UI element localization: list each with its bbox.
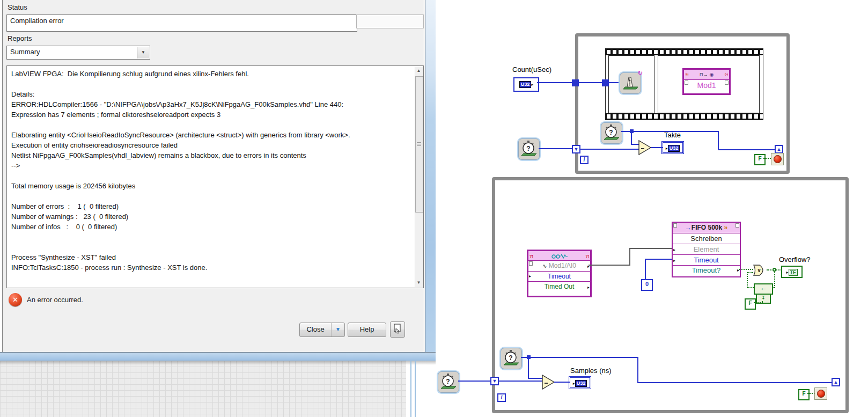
close-menu-arrow-icon: ▼ xyxy=(335,326,341,332)
tick-count-timer-outside-2[interactable]: ? xyxy=(438,371,459,393)
takt-wire-v[interactable] xyxy=(718,131,719,150)
false-wire[interactable] xyxy=(763,158,771,159)
overflow-label[interactable]: Overflow? xyxy=(779,255,811,264)
count-label[interactable]: Count(uSec) xyxy=(512,65,551,74)
zero-constant-label: 0 xyxy=(645,281,649,287)
input-arrow-icon: ▸ xyxy=(673,244,675,254)
page-icon xyxy=(725,81,729,85)
shift-register-left[interactable]: ▼ xyxy=(572,145,580,153)
false-constant-2[interactable]: F xyxy=(798,389,810,400)
outside-timer2-wire[interactable] xyxy=(458,381,491,382)
element-wire[interactable] xyxy=(589,265,630,266)
iteration-terminal-2[interactable]: i xyxy=(497,393,506,402)
loop-tunnel[interactable] xyxy=(572,79,579,86)
shift-register-left-2[interactable]: ▼ xyxy=(490,377,499,385)
subtract-node-2[interactable] xyxy=(542,375,555,390)
feedback-arrow-icon: ← xyxy=(760,284,767,292)
false-constant[interactable]: F xyxy=(754,154,766,165)
reports-combobox[interactable]: Summary ▼ xyxy=(6,46,150,60)
combobox-arrow-button[interactable]: ▼ xyxy=(137,47,149,58)
takte-indicator[interactable]: ▸U32 xyxy=(663,142,683,153)
ai-channel-label: Mod1/AI0 xyxy=(549,262,576,269)
mod1-io-node[interactable]: ?! ⊓→ ◉ ?! Mod1 xyxy=(682,68,731,95)
warning-glyph: ?! xyxy=(529,252,533,261)
element-wire-h[interactable] xyxy=(629,248,672,249)
branch-wire[interactable] xyxy=(631,132,632,145)
svg-text:?: ? xyxy=(526,145,530,152)
long-wire-v[interactable] xyxy=(637,357,638,383)
sr2-wire[interactable] xyxy=(499,381,543,382)
report-textarea[interactable]: LabVIEW FPGA: Die Kompilierung schlug au… xyxy=(6,65,424,288)
timeout-wire-h[interactable] xyxy=(645,259,672,260)
false-constant-label: F xyxy=(748,300,752,306)
error-message: An error occurred. xyxy=(27,296,83,304)
takt-wire-h[interactable] xyxy=(718,149,779,150)
outside-timer-wire[interactable] xyxy=(539,148,573,149)
overflow-indicator[interactable]: ▸TF xyxy=(781,266,803,278)
zero-constant[interactable]: 0 xyxy=(641,279,653,291)
help-button[interactable]: Help xyxy=(348,323,386,337)
status-extra-field[interactable] xyxy=(356,14,424,28)
tick-count-timer[interactable]: ? xyxy=(601,122,622,144)
scroll-down-button[interactable]: ▼ xyxy=(415,279,422,287)
or-gate[interactable]: ∨ xyxy=(753,264,767,276)
takte-label[interactable]: Takte xyxy=(664,131,681,139)
false-wire-2[interactable] xyxy=(807,393,815,394)
init-wire-v[interactable] xyxy=(762,301,763,303)
refresh-icon: ↻ xyxy=(638,70,643,77)
tick-count-timer-outside[interactable]: ? xyxy=(518,138,540,160)
count-control[interactable]: U32▸ xyxy=(513,77,539,92)
ai-timeout-row: ▸ Timeout xyxy=(528,272,590,282)
subtract2-out-wire[interactable] xyxy=(554,382,570,383)
fifo-element-row: ▸ Element xyxy=(673,244,740,255)
subtract-out-wire[interactable] xyxy=(651,147,664,148)
false-constant-feedback[interactable]: F xyxy=(745,298,756,310)
timer2-wire[interactable] xyxy=(521,357,638,358)
fifo-write-node[interactable]: →FIFO 500k » Schreiben ▸ Element ▸ Timeo… xyxy=(672,222,741,277)
samples-indicator[interactable]: ▸U32 xyxy=(570,377,590,388)
close-button[interactable]: Close ▼ xyxy=(299,323,345,337)
wait-timer-node[interactable]: ↻ xyxy=(620,72,641,94)
feedback-to-or-wire[interactable] xyxy=(747,272,753,273)
timeoutq-wire[interactable] xyxy=(739,269,753,270)
labview-screen: Status Compilation error Reports Summary… xyxy=(0,0,868,417)
scrollbar-thumb[interactable] xyxy=(415,76,423,213)
false-constant-label: F xyxy=(802,391,805,397)
scroll-down-icon: ▼ xyxy=(417,280,421,285)
loop-condition-stop-2[interactable] xyxy=(814,387,827,400)
chevron-down-icon: ▼ xyxy=(141,50,145,55)
branch2-wire-v[interactable] xyxy=(528,358,529,379)
warning-glyph: ?! xyxy=(685,70,689,80)
iteration-label: i xyxy=(501,394,503,400)
status-field[interactable]: Compilation error xyxy=(6,14,357,32)
feedback-node[interactable]: ← xyxy=(754,283,773,295)
fifo-timeoutq-label: Timeout? xyxy=(692,266,721,274)
output-arrow-icon: ▸ xyxy=(587,261,590,271)
shift-register-right[interactable]: ▲ xyxy=(775,145,783,153)
long-wire-h[interactable] xyxy=(637,382,834,383)
samples-label[interactable]: Samples (ns) xyxy=(570,367,612,375)
timeout-wire-v[interactable] xyxy=(645,259,646,279)
output-arrow-icon: ▸ xyxy=(587,282,590,292)
glasses-waveform-icon xyxy=(550,253,569,260)
report-scrollbar[interactable]: ▲ ▼ xyxy=(415,67,423,287)
close-menu-button[interactable]: ▼ xyxy=(331,323,344,336)
feedback-out-wire-v[interactable] xyxy=(747,272,748,288)
tick-count-timer-2[interactable]: ? xyxy=(501,348,522,369)
element-wire-v[interactable] xyxy=(629,248,630,266)
mod1-node-header: ?! ⊓→ ◉ ?! xyxy=(684,70,729,80)
loop-condition-stop[interactable] xyxy=(771,153,784,165)
dialog-aero-border-right xyxy=(425,0,436,361)
subtract-node[interactable] xyxy=(638,140,652,155)
sequence-tunnel[interactable] xyxy=(602,79,609,86)
shift-register-right-2[interactable]: ▲ xyxy=(832,378,840,386)
scroll-up-button[interactable]: ▲ xyxy=(415,67,422,75)
sr-wire[interactable] xyxy=(580,149,639,150)
branch2-wire-h[interactable] xyxy=(528,378,543,379)
feedback-in-wire-v[interactable] xyxy=(774,272,775,288)
analog-input-node[interactable]: ?! ?! ∿ Mod1/AI0 ▸ ▸ Timeout Timed Out ▸ xyxy=(527,250,592,297)
copy-report-button[interactable] xyxy=(390,321,405,338)
svg-text:∨: ∨ xyxy=(757,267,761,273)
iteration-terminal[interactable]: i xyxy=(580,156,589,164)
count-wire-2[interactable] xyxy=(609,82,620,83)
